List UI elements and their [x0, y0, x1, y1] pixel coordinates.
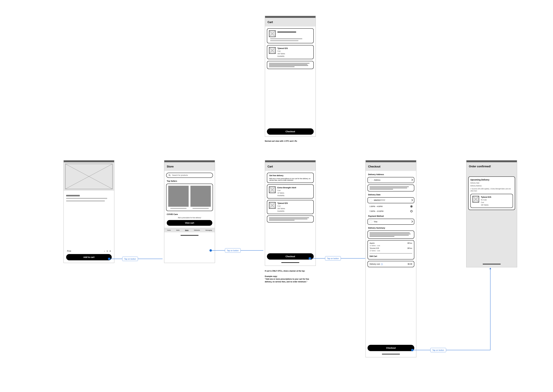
- radio-unchecked-icon[interactable]: [410, 210, 412, 212]
- item-sub: 10 Tablets · Code: [370, 250, 412, 252]
- section-top-sellers: Top Sellers: [167, 180, 212, 182]
- banner-title: Get free delivery: [269, 175, 311, 177]
- cart-item-tylenol[interactable]: Tylenol E/S Cost 100 Tablets Availabilit…: [267, 200, 314, 214]
- status-bar: [164, 161, 215, 162]
- checkout-label: Checkout: [286, 130, 295, 133]
- cart-item-advil[interactable]: Extra-Strength Advil Cost 10 Tablets Ava…: [267, 184, 314, 198]
- address-field[interactable]: Address: [367, 177, 414, 183]
- interaction-marker: [411, 349, 414, 351]
- item-qty: 10 Tablets: [277, 192, 312, 194]
- product-image-placeholder: [190, 186, 211, 207]
- time-slot-2[interactable]: 7:00PM – 10:00PM: [367, 210, 414, 213]
- plus-icon[interactable]: +: [110, 250, 111, 252]
- screen-body: Get free delivery Add one or more prescr…: [265, 171, 316, 266]
- page-title: Store: [167, 165, 174, 168]
- time-slot-1[interactable]: 1:00PM – 4:00PM: [367, 205, 414, 208]
- delivery-cost-value: $5.99: [408, 263, 412, 265]
- banner-subtitle: Add one or more prescriptions to your ca…: [269, 178, 311, 181]
- item-cost: Cost: [277, 205, 312, 207]
- tab-home[interactable]: Home: [167, 230, 171, 231]
- info-icon[interactable]: i: [381, 263, 383, 265]
- bottom-tab-bar: Home Meds Store Deliveries Messaging: [164, 228, 215, 232]
- search-input[interactable]: Search for products: [166, 173, 213, 178]
- section-covid-care: COVID Care: [167, 213, 212, 215]
- checkout-button[interactable]: Checkout: [367, 345, 414, 351]
- add-to-cart-button[interactable]: Add to cart: [66, 254, 112, 260]
- home-indicator: [180, 235, 199, 236]
- checkout-button[interactable]: Checkout: [267, 128, 314, 135]
- summary-note-placeholder: [367, 231, 414, 239]
- app-bar: Order confirmed!: [467, 162, 517, 169]
- page-title: Cart: [267, 21, 273, 24]
- product-image-placeholder: [168, 186, 189, 207]
- caption-cart-top: Normal cart view with 1 OTC and 1 Rx: [265, 140, 316, 142]
- interaction-marker: [209, 249, 212, 252]
- item-name: Extra-Strength Advil: [277, 187, 312, 189]
- status-bar: [265, 16, 316, 18]
- date-field[interactable]: MM/DD/YYYY: [367, 197, 414, 203]
- item-name: Tylenol E/S: [481, 196, 511, 198]
- tab-meds[interactable]: Meds: [176, 230, 180, 231]
- tab-store[interactable]: Store: [185, 230, 188, 231]
- cart-summary-placeholder: [267, 216, 314, 223]
- flow-connector: [414, 350, 490, 350]
- status-bar: [64, 161, 114, 162]
- screen-cart-top: Cart Tylenol E/S: [265, 16, 316, 137]
- address-detail-placeholder: [367, 185, 414, 191]
- screen-body: Price - 1 + Add to cart: [64, 162, 114, 263]
- tab-deliveries[interactable]: Deliveries: [194, 230, 200, 231]
- minus-icon[interactable]: -: [104, 250, 105, 252]
- edit-cart-link[interactable]: Edit Cart: [370, 255, 412, 257]
- cart-item-generic[interactable]: [267, 28, 314, 43]
- item-name: Tylenol E/S: [277, 202, 312, 204]
- item-price: $Price: [408, 242, 412, 244]
- product-thumb-placeholder: [269, 30, 276, 37]
- free-delivery-banner: Get free delivery Add one or more prescr…: [267, 173, 314, 183]
- interaction-marker: [108, 258, 110, 260]
- screen-body: Delivery Address Address Delivery Date: [366, 171, 416, 357]
- product-card[interactable]: [190, 186, 211, 209]
- confirm-rx-item: Tylenol E/S Rx Code Cost 100 Tablets: [470, 194, 513, 208]
- radio-checked-icon[interactable]: [410, 205, 412, 207]
- app-bar: Cart: [265, 18, 316, 27]
- wireframe-flow-canvas: Cart Tylenol E/S: [0, 0, 553, 392]
- price-label: Price: [67, 250, 71, 252]
- delivery-cost-row: Delivery cost i $5.99: [367, 261, 414, 267]
- address-value: Address: [374, 179, 381, 181]
- cart-item-tylenol[interactable]: Tylenol E/S Cost 100 Tablets Availabilit…: [267, 45, 314, 59]
- line-item: Aspirin $Price: [370, 242, 412, 244]
- status-bar: [366, 161, 416, 162]
- screen-checkout: Checkout Delivery Address Address Delive…: [366, 160, 417, 357]
- item-cost: Cost: [481, 202, 511, 203]
- screen-store: Store Search for products Top Sellers: [164, 160, 215, 263]
- tab-messaging[interactable]: Messaging: [205, 230, 212, 231]
- quantity-stepper[interactable]: - 1 +: [104, 250, 111, 252]
- item-qty: 100 Tablets: [277, 208, 312, 210]
- page-title: Cart: [267, 165, 273, 168]
- card-icon: [369, 220, 372, 223]
- search-icon: [169, 174, 171, 176]
- item-name: TyLenoL E/S: [370, 247, 379, 249]
- item-name: Tylenol E/S: [277, 47, 312, 49]
- section-payment-method: Payment Method: [368, 215, 414, 217]
- product-card[interactable]: [168, 186, 189, 209]
- flow-label: Tap on button: [225, 248, 241, 253]
- interaction-marker: [309, 257, 311, 259]
- item-cost: Cost: [277, 50, 312, 52]
- date-value: MM/DD/YYYY: [374, 199, 385, 201]
- summary-line-items: Aspirin $Price 10 Tablets · Code TyLenoL…: [367, 240, 414, 259]
- app-bar: Cart: [265, 162, 316, 171]
- product-desc-line: [66, 198, 107, 199]
- app-bar: Checkout: [366, 162, 416, 171]
- view-cart-button[interactable]: View cart: [167, 220, 212, 226]
- delivery-summary-line: 1 TyLenoL E/S (100 caplets), 1 Extra-Str…: [470, 188, 513, 192]
- section-delivery-summary: Delivery Summary: [368, 227, 414, 229]
- flow-label: Tap on button: [430, 348, 446, 352]
- payment-field[interactable]: Visa: [367, 219, 414, 225]
- upcoming-delivery-card: Upcoming Delivery Delivery Date Delivery…: [468, 176, 515, 210]
- checkout-button[interactable]: Checkout: [267, 253, 314, 259]
- upcoming-title: Upcoming Delivery: [470, 179, 513, 181]
- screen-cart-main: Cart Get free delivery Add one or more p…: [265, 160, 316, 266]
- item-qty: 100 Tablets: [481, 204, 511, 206]
- chevron-right-icon: [411, 199, 412, 201]
